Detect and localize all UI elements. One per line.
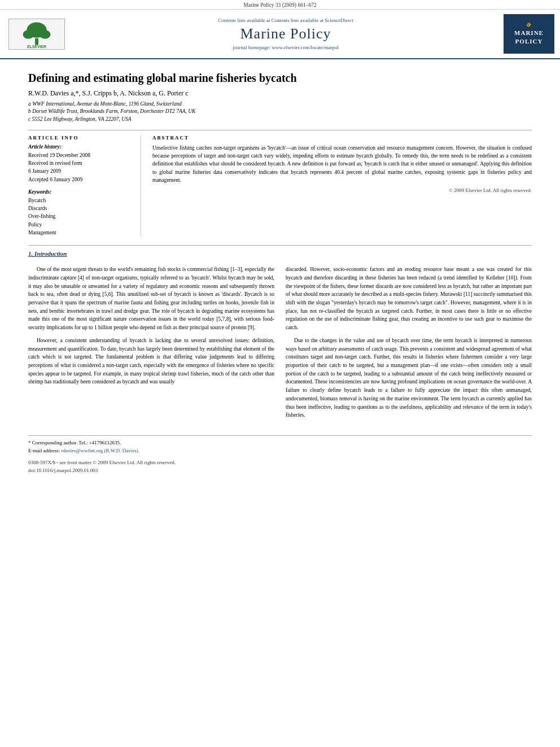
keyword-overfishing: Over-fishing — [28, 212, 132, 220]
journal-title: Marine Policy — [73, 25, 498, 42]
journal-citation: Marine Policy 33 (2009) 661–672 — [243, 2, 316, 8]
keywords-section: Keywords: Bycatch Discards Over-fishing … — [28, 189, 132, 237]
body-content: One of the most urgent threats to the wo… — [28, 265, 532, 424]
email-label: E-mail address: — [28, 448, 60, 453]
issn-text: 0308-597X/$ - see front matter © 2009 El… — [28, 459, 532, 467]
logo-policy-text: POLICY — [515, 37, 543, 45]
keyword-bycatch: Bycatch — [28, 196, 132, 204]
affiliation-a: a WWF International, Avenue du Mont-Blan… — [28, 101, 532, 108]
sciencedirect-text[interactable]: Contents lists available at ScienceDirec… — [272, 18, 353, 23]
keyword-policy: Policy — [28, 221, 132, 229]
intro-number: 1. — [28, 250, 34, 257]
abstract-text: Unselective fishing catches non-target o… — [152, 144, 532, 184]
intro-title-text: Introduction — [34, 250, 67, 257]
affiliation-b: b Dorset Wildlife Trust, Brooklands Farm… — [28, 108, 532, 115]
journal-homepage: journal homepage: www.elsevier.com/locat… — [73, 45, 498, 50]
article-title: Defining and estimating global marine fi… — [28, 72, 532, 85]
svg-point-3 — [23, 30, 34, 39]
right-column: discarded. However, socio-economic facto… — [286, 265, 532, 424]
keyword-discards: Discards — [28, 204, 132, 212]
journal-center: Contents lists available at Contents lis… — [68, 18, 504, 50]
journal-top-bar: Marine Policy 33 (2009) 661–672 — [0, 0, 560, 10]
sciencedirect-link: Contents lists available at Contents lis… — [73, 18, 498, 23]
history-accepted: Accepted 6 January 2009 — [28, 176, 132, 184]
history-revised-label: Received in revised form — [28, 159, 132, 167]
issn-line: 0308-597X/$ - see front matter © 2009 El… — [28, 459, 532, 474]
corresponding-author: * Corresponding author. Tel.: +417961126… — [28, 439, 532, 447]
intro-title: 1. Introduction — [28, 250, 67, 257]
affiliations: a WWF International, Avenue du Mont-Blan… — [28, 101, 532, 123]
article-info-header: ARTICLE INFO — [28, 135, 132, 141]
affiliation-c: c 5552 Lee Highway, Arlington, VA 22207,… — [28, 116, 532, 123]
elsevier-logo: ELSEVIER — [6, 19, 68, 50]
history-label: Article history: — [28, 144, 132, 150]
info-section: ARTICLE INFO Article history: Received 1… — [28, 135, 532, 237]
left-column: One of the most urgent threats to the wo… — [28, 265, 274, 424]
abstract-copyright: © 2009 Elsevier Ltd. All rights reserved… — [152, 187, 532, 193]
intro-right-p2: Due to the changes in the value and use … — [286, 337, 532, 420]
email-address[interactable]: rdavies@wwfint.org (R.W.D. Davies). — [61, 448, 139, 453]
intro-left-p1: One of the most urgent threats to the wo… — [28, 265, 274, 332]
keyword-management: Management — [28, 229, 132, 237]
divider-top — [28, 130, 532, 130]
email-line: E-mail address: rdavies@wwfint.org (R.W.… — [28, 447, 532, 455]
divider-mid — [28, 245, 532, 246]
journal-homepage-link[interactable]: www.elsevier.com/locate/marpol — [272, 45, 339, 50]
abstract-section: ABSTRACT Unselective fishing catches non… — [152, 135, 532, 237]
logo-marine-text: MARINE — [514, 29, 544, 37]
svg-text:ELSEVIER: ELSEVIER — [27, 44, 46, 48]
intro-left-p2: However, a consistent understanding of b… — [28, 337, 274, 386]
corresponding-text: * Corresponding author. Tel.: +417961126… — [28, 440, 121, 445]
doi-text: doi:10.1016/j.marpol.2009.01.003 — [28, 467, 532, 475]
elsevier-logo-image: ELSEVIER — [8, 19, 65, 50]
marine-policy-logo-box: 🐠 MARINE POLICY — [504, 14, 554, 54]
elsevier-tree-svg: ELSEVIER — [9, 19, 64, 50]
abstract-header: ABSTRACT — [152, 135, 532, 141]
keywords-label: Keywords: — [28, 189, 132, 195]
main-content: Defining and estimating global marine fi… — [0, 72, 560, 474]
article-info: ARTICLE INFO Article history: Received 1… — [28, 135, 141, 237]
history-received: Received 19 December 2008 — [28, 151, 132, 159]
authors: R.W.D. Davies a,*, S.J. Cripps b, A. Nic… — [28, 89, 532, 98]
journal-header: ELSEVIER Contents lists available at Con… — [0, 10, 560, 59]
svg-point-4 — [40, 30, 51, 39]
authors-text: R.W.D. Davies a,*, S.J. Cripps b, A. Nic… — [28, 89, 189, 97]
history-revised-date: 6 January 2009 — [28, 167, 132, 175]
intro-right-p1: discarded. However, socio-economic facto… — [286, 265, 532, 332]
intro-section: 1. Introduction One of the most urgent t… — [28, 250, 532, 424]
footnote-area: * Corresponding author. Tel.: +417961126… — [28, 435, 532, 474]
intro-heading: 1. Introduction — [28, 250, 532, 257]
